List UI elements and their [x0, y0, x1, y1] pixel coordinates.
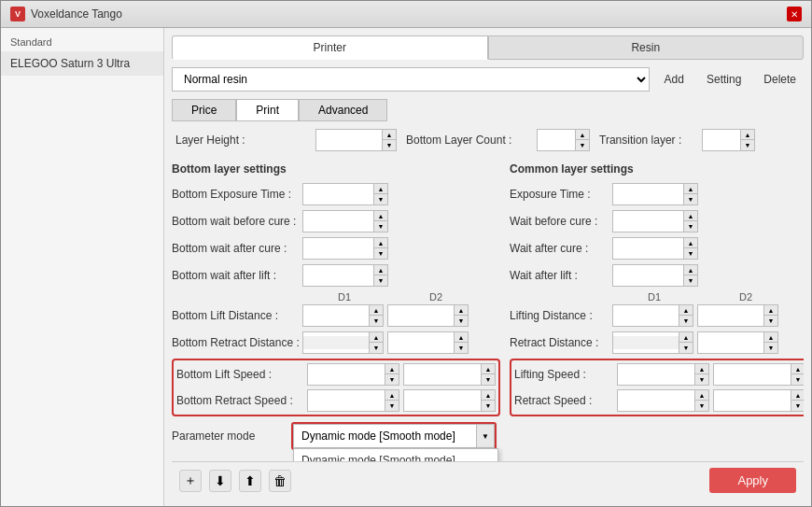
sidebar-item-elegoo[interactable]: ELEGOO Saturn 3 Ultra	[1, 51, 163, 76]
b-rs2-down[interactable]: ▼	[482, 401, 495, 411]
c-rs2-down[interactable]: ▼	[791, 401, 804, 411]
b-ls1-down[interactable]: ▼	[385, 374, 399, 385]
bottom-lift-speed-d2-input[interactable]: 320,000 mm/min ▲▼	[403, 363, 496, 386]
setting-resin-button[interactable]: Setting	[699, 71, 749, 88]
common-retract-speed-d2-field[interactable]: 90,000 mm/min	[714, 394, 791, 407]
layer-height-input[interactable]: 0,050 mm ▲ ▼	[315, 129, 397, 151]
common-lift-speed-d2-input[interactable]: 320,000 mm/min ▲▼	[713, 363, 804, 386]
common-lift-dist-d2-field[interactable]: 4,000 mm	[698, 309, 763, 322]
c-exp-down[interactable]: ▼	[684, 194, 697, 204]
tab-printer[interactable]: Printer	[172, 35, 488, 60]
b-wl-down[interactable]: ▼	[374, 275, 387, 286]
common-retract-dist-d1-field[interactable]: 5,450 mm	[613, 336, 679, 349]
bottom-lift-dist-d1-input[interactable]: 3,000 mm ▲▼	[302, 304, 384, 327]
common-wait-before-input[interactable]: 1,00 s ▲▼	[612, 210, 698, 232]
b-wb-up[interactable]: ▲	[374, 211, 387, 221]
common-lift-dist-d1-field[interactable]: 3,000 mm	[613, 309, 679, 322]
dropdown-item-0[interactable]: Dynamic mode [Smooth mode]	[294, 449, 497, 461]
close-button[interactable]: ✕	[787, 7, 802, 21]
b-wa-down[interactable]: ▼	[374, 248, 387, 259]
resin-select[interactable]: Normal resin	[172, 67, 650, 92]
bottom-lift-speed-d2-field[interactable]: 320,000 mm/min	[404, 368, 481, 381]
transition-up[interactable]: ▲	[741, 130, 754, 140]
c-wa-up[interactable]: ▲	[684, 238, 697, 248]
bottom-exposure-input[interactable]: 30,00 s ▲▼	[302, 183, 388, 205]
c-ls1-up[interactable]: ▲	[695, 364, 708, 374]
bottom-retract-speed-d1-field[interactable]: 320,000 mm/min	[308, 394, 385, 407]
c-ld2-down[interactable]: ▼	[764, 316, 777, 326]
bottom-lift-dist-d2-field[interactable]: 4,000 mm	[388, 309, 454, 322]
b-ls1-up[interactable]: ▲	[385, 364, 399, 374]
c-rd2-up[interactable]: ▲	[764, 332, 777, 343]
bottom-retract-speed-d2-field[interactable]: 90,000 mm/min	[404, 394, 481, 407]
layer-height-up[interactable]: ▲	[383, 130, 396, 140]
c-exp-up[interactable]: ▲	[684, 184, 697, 194]
b-rs1-down[interactable]: ▼	[385, 401, 399, 411]
c-rs1-up[interactable]: ▲	[695, 390, 708, 401]
bottom-retract-speed-d1-input[interactable]: 320,000 mm/min ▲▼	[307, 389, 399, 412]
common-retract-speed-d2-input[interactable]: 90,000 mm/min ▲▼	[713, 389, 804, 412]
export-button[interactable]: ⬆	[239, 470, 261, 492]
b-ld1-down[interactable]: ▼	[370, 316, 383, 326]
common-retract-dist-d1-input[interactable]: 5,450 mm ▲▼	[612, 331, 693, 354]
bottom-retract-dist-d2-input[interactable]: 1,500 mm ▲▼	[387, 331, 469, 354]
c-wa-down[interactable]: ▼	[684, 248, 697, 259]
c-rs2-up[interactable]: ▲	[791, 390, 804, 401]
apply-button[interactable]: Apply	[709, 468, 796, 493]
common-exposure-input[interactable]: 2,50 s ▲▼	[612, 183, 698, 205]
bottom-exposure-field[interactable]: 30,00 s	[303, 188, 373, 201]
bottom-layer-count-input[interactable]: 6 ▲ ▼	[537, 129, 590, 151]
c-ls2-up[interactable]: ▲	[791, 364, 804, 374]
c-wb-up[interactable]: ▲	[684, 211, 697, 221]
bottom-wait-before-input[interactable]: 1,00 s ▲▼	[302, 210, 388, 232]
b-ls2-down[interactable]: ▼	[482, 374, 495, 385]
dropdown-selected-value[interactable]: Dynamic mode [Smooth mode]	[293, 424, 476, 448]
count-down[interactable]: ▼	[576, 140, 589, 150]
sub-tab-advanced[interactable]: Advanced	[299, 99, 387, 121]
b-wl-up[interactable]: ▲	[374, 265, 387, 275]
c-rd1-down[interactable]: ▼	[679, 343, 693, 353]
c-wl-up[interactable]: ▲	[684, 265, 697, 275]
b-rs2-up[interactable]: ▲	[482, 390, 495, 401]
common-wait-after-input[interactable]: 0,00 s ▲▼	[612, 237, 698, 260]
c-ld2-up[interactable]: ▲	[764, 305, 777, 316]
b-exp-up[interactable]: ▲	[374, 184, 387, 194]
c-rs1-down[interactable]: ▼	[695, 401, 708, 411]
b-exp-down[interactable]: ▼	[374, 194, 387, 204]
b-ls2-up[interactable]: ▲	[482, 364, 495, 374]
common-wait-lift-input[interactable]: 0,00 s ▲▼	[612, 264, 698, 287]
delete-profile-button[interactable]: 🗑	[269, 470, 291, 492]
b-ld1-up[interactable]: ▲	[370, 305, 383, 316]
bottom-layer-count-field[interactable]: 6	[538, 134, 575, 147]
common-lift-dist-d1-input[interactable]: 3,000 mm ▲▼	[612, 304, 693, 327]
dropdown-arrow[interactable]: ▼	[476, 424, 495, 448]
common-lift-speed-d1-field[interactable]: 90,000 mm/min	[618, 368, 694, 381]
add-resin-button[interactable]: Add	[657, 71, 692, 88]
b-wa-up[interactable]: ▲	[374, 238, 387, 248]
bottom-lift-dist-d1-field[interactable]: 3,000 mm	[303, 309, 369, 322]
delete-resin-button[interactable]: Delete	[756, 71, 804, 88]
b-ld2-down[interactable]: ▼	[455, 316, 468, 326]
common-retract-speed-d1-field[interactable]: 320,000 mm/min	[618, 394, 694, 407]
transition-down[interactable]: ▼	[741, 140, 754, 150]
b-rd1-up[interactable]: ▲	[370, 332, 383, 343]
b-ld2-up[interactable]: ▲	[455, 305, 468, 316]
transition-layer-input[interactable]: 0 ▲ ▼	[702, 129, 755, 151]
count-up[interactable]: ▲	[576, 130, 589, 140]
b-wb-down[interactable]: ▼	[374, 221, 387, 232]
common-retract-dist-d2-input[interactable]: 1,500 mm ▲▼	[697, 331, 778, 354]
sub-tab-print[interactable]: Print	[236, 99, 299, 121]
c-ld1-down[interactable]: ▼	[679, 316, 693, 326]
bottom-wait-before-field[interactable]: 1,00 s	[303, 215, 373, 228]
b-rd1-down[interactable]: ▼	[370, 343, 383, 353]
common-retract-dist-d2-field[interactable]: 1,500 mm	[698, 336, 763, 349]
common-wait-after-field[interactable]: 0,00 s	[613, 242, 683, 255]
layer-height-down[interactable]: ▼	[383, 140, 396, 150]
bottom-lift-speed-d1-field[interactable]: 90,000 mm/min	[308, 368, 385, 381]
bottom-retract-dist-d2-field[interactable]: 1,500 mm	[388, 336, 454, 349]
transition-layer-field[interactable]: 0	[703, 134, 740, 147]
c-ld1-up[interactable]: ▲	[679, 305, 693, 316]
bottom-retract-speed-d2-input[interactable]: 90,000 mm/min ▲▼	[403, 389, 496, 412]
bottom-wait-after-field[interactable]: 0,00 s	[303, 242, 373, 255]
c-wb-down[interactable]: ▼	[684, 221, 697, 232]
